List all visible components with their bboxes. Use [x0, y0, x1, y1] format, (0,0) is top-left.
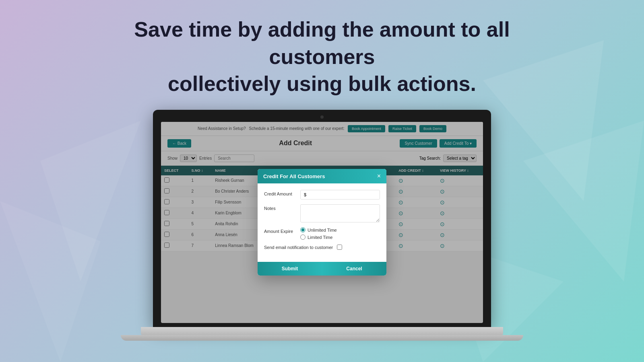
- cancel-button[interactable]: Cancel: [322, 262, 386, 276]
- expire-radio-group: Unlimited Time Limited Time: [300, 227, 337, 240]
- modal-footer: Submit Cancel: [258, 262, 386, 276]
- notes-textarea[interactable]: [300, 204, 380, 222]
- modal-close-button[interactable]: ×: [377, 173, 381, 179]
- unlimited-time-option[interactable]: Unlimited Time: [300, 227, 337, 232]
- laptop-base: [141, 327, 503, 335]
- limited-time-option[interactable]: Limited Time: [300, 234, 337, 240]
- credit-amount-input[interactable]: [300, 190, 380, 200]
- limited-time-radio[interactable]: [300, 234, 305, 240]
- submit-button[interactable]: Submit: [258, 262, 322, 276]
- amount-expire-label: Amount Expire: [264, 227, 296, 234]
- email-notify-label: Send email notification to customer: [264, 245, 333, 250]
- laptop-screen: Need Assistance in Setup? Schedule a 15-…: [161, 122, 483, 323]
- unlimited-time-label: Unlimited Time: [308, 228, 337, 232]
- modal-overlay: Credit For All Customers × Credit Amount: [161, 122, 483, 323]
- laptop-foot: [121, 335, 523, 341]
- credit-amount-row: Credit Amount: [264, 190, 380, 200]
- credit-modal: Credit For All Customers × Credit Amount: [258, 169, 386, 276]
- email-notify-checkbox[interactable]: [337, 245, 342, 250]
- notes-label: Notes: [264, 204, 296, 211]
- svg-marker-3: [0, 201, 101, 362]
- unlimited-time-radio[interactable]: [300, 227, 305, 232]
- laptop-bezel: Need Assistance in Setup? Schedule a 15-…: [153, 110, 491, 327]
- amount-expire-row: Amount Expire Unlimited Time Limited Tim…: [264, 227, 380, 240]
- laptop-camera-bar: [161, 115, 483, 119]
- limited-time-label: Limited Time: [308, 235, 332, 240]
- svg-marker-2: [40, 121, 141, 282]
- laptop-camera: [320, 115, 324, 119]
- modal-body: Credit Amount Notes Amount Expire: [258, 183, 386, 262]
- email-notify-row: Send email notification to customer: [264, 245, 380, 250]
- hero-line1: Save time by adding the amount to all cu…: [134, 18, 510, 68]
- hero-section: Save time by adding the amount to all cu…: [101, 16, 543, 98]
- notes-row: Notes: [264, 204, 380, 222]
- modal-title: Credit For All Customers: [263, 173, 325, 179]
- svg-marker-1: [523, 121, 644, 282]
- laptop-mockup: Need Assistance in Setup? Schedule a 15-…: [153, 110, 491, 341]
- hero-line2: collectively using bulk actions.: [168, 72, 476, 95]
- modal-header: Credit For All Customers ×: [258, 169, 386, 183]
- credit-amount-label: Credit Amount: [264, 190, 296, 196]
